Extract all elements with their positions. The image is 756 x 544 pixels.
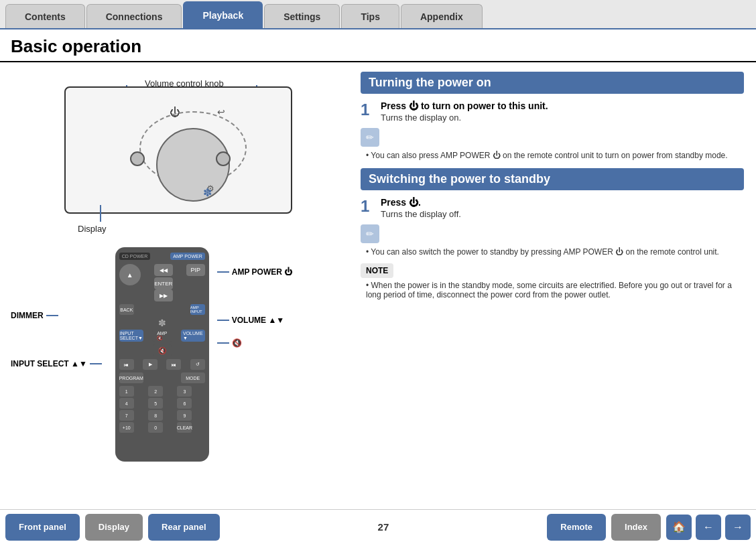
remote-button[interactable]: Remote bbox=[547, 514, 606, 541]
remote-inputsel-btn[interactable]: INPUTSELECT▼ bbox=[119, 330, 143, 342]
remote-btn-7[interactable]: 7 bbox=[119, 410, 134, 421]
right-panel: Turning the power on 1 Press ⏻ to turn o… bbox=[349, 62, 756, 509]
remote-body: CD POWER AMP POWER ▲ ◀◀ ENTER ▶▶ PIP bbox=[115, 247, 209, 462]
bottom-right-group: Remote Index 🏠 ← → bbox=[547, 514, 751, 541]
remote-mute-btn[interactable]: 🔇 bbox=[153, 344, 172, 356]
remote-back-sm-btn[interactable]: BACK bbox=[119, 304, 134, 315]
remote-bt-icon: ✽ bbox=[158, 318, 166, 328]
left-panel: Volume control knob ⏻ ↩ ⚙ ✽ Display bbox=[0, 62, 349, 509]
page-number: 27 bbox=[378, 521, 389, 533]
device-diagram: Volume control knob ⏻ ↩ ⚙ ✽ Display bbox=[11, 73, 338, 234]
remote-program-btn[interactable]: PROGRAM bbox=[119, 372, 143, 383]
amp-power-right-label: AMP POWER ⏻ bbox=[214, 267, 292, 277]
bottom-navigation: Front panel Display Rear panel 27 Remote… bbox=[0, 509, 756, 544]
step1-sub: Turns the display on. bbox=[381, 113, 744, 123]
dimmer-text: DIMMER bbox=[11, 311, 44, 320]
remote-bt-row: ✽ bbox=[119, 318, 205, 328]
input-select-text: INPUT SELECT ▲▼ bbox=[11, 359, 87, 368]
standby-step1-title: Press ⏻. bbox=[381, 197, 744, 208]
display-line bbox=[100, 205, 101, 222]
remote-repeat-btn[interactable]: ↺ bbox=[190, 359, 205, 370]
back-icon-button[interactable]: ← bbox=[696, 515, 721, 540]
mute-right-label: 🔇 bbox=[214, 338, 292, 348]
remote-control-row: INPUTSELECT▼ AMP🔇 VOLUME▼ bbox=[119, 330, 205, 342]
remote-ff-btn[interactable]: ⏭ bbox=[166, 359, 181, 370]
remote-btn-1[interactable]: 1 bbox=[119, 386, 134, 397]
remote-mode-btn[interactable]: MODE bbox=[181, 372, 205, 383]
remote-prev-btn[interactable]: ◀◀ bbox=[154, 264, 173, 276]
remote-pip-btn[interactable]: PIP bbox=[186, 264, 205, 276]
bottom-left-group: Front panel Display Rear panel bbox=[5, 514, 220, 541]
remote-transport-row: ⏮ ▶ ⏭ ↺ bbox=[119, 359, 205, 370]
remote-btn-clear[interactable]: CLEAR bbox=[177, 422, 192, 433]
remote-btn-3[interactable]: 3 bbox=[177, 386, 192, 397]
volume-right-label: VOLUME ▲▼ bbox=[214, 316, 292, 325]
dimmer-label: DIMMER bbox=[11, 311, 105, 320]
device-box: ⏻ ↩ ⚙ ✽ bbox=[64, 86, 292, 214]
bluetooth-icon: ✽ bbox=[203, 186, 212, 199]
remote-mute-row: 🔇 bbox=[119, 344, 205, 356]
remote-amp-btn[interactable]: AMP🔇 bbox=[152, 330, 172, 342]
index-button[interactable]: Index bbox=[611, 514, 661, 541]
remote-program-row: PROGRAM MODE bbox=[119, 372, 205, 383]
note-pencil-icon2: ✏ bbox=[361, 224, 379, 243]
tab-connections[interactable]: Connections bbox=[86, 4, 182, 28]
device-right-knob bbox=[216, 151, 231, 166]
page-title: Basic operation bbox=[0, 29, 756, 62]
note-pencil-icon: ✏ bbox=[361, 128, 379, 147]
standby-step1-number: 1 bbox=[361, 197, 374, 219]
device-left-knob bbox=[130, 151, 145, 166]
tab-tips[interactable]: Tips bbox=[341, 4, 399, 28]
remote-back-btn[interactable]: ▲ bbox=[119, 264, 141, 285]
remote-btn-6[interactable]: 6 bbox=[177, 398, 192, 409]
tab-playback[interactable]: Playback bbox=[183, 1, 263, 28]
display-button[interactable]: Display bbox=[85, 514, 143, 541]
top-navigation: Contents Connections Playback Settings T… bbox=[0, 0, 756, 29]
remote-ampinput-btn[interactable]: AMP INPUT bbox=[190, 304, 205, 315]
remote-play-btn[interactable]: ▶ bbox=[143, 359, 158, 370]
remote-back-row: BACK AMP INPUT bbox=[119, 304, 205, 315]
remote-power-row: CD POWER AMP POWER bbox=[119, 253, 205, 260]
remote-btn-4[interactable]: 4 bbox=[119, 398, 134, 409]
power-on-note1: You can also press AMP POWER ⏻ on the re… bbox=[366, 151, 744, 160]
bottom-icon-group: 🏠 ← → bbox=[666, 515, 751, 540]
remote-btn-8[interactable]: 8 bbox=[148, 410, 163, 421]
remote-next-btn[interactable]: ▶▶ bbox=[154, 289, 173, 301]
note-box: NOTE bbox=[361, 263, 393, 278]
front-panel-button[interactable]: Front panel bbox=[5, 514, 80, 541]
standby-note2: When the power is in the standby mode, s… bbox=[366, 281, 744, 299]
remote-diagram: DIMMER INPUT SELECT ▲▼ bbox=[11, 247, 338, 475]
remote-btn-0[interactable]: 0 bbox=[148, 422, 163, 433]
standby-header: Switching the power to standby bbox=[361, 168, 744, 190]
tab-appendix[interactable]: Appendix bbox=[401, 4, 483, 28]
step1-content: Press ⏻ to turn on power to this unit. T… bbox=[381, 100, 744, 123]
remote-left-labels: DIMMER INPUT SELECT ▲▼ bbox=[11, 247, 105, 368]
mute-label-text: 🔇 bbox=[232, 338, 242, 348]
home-icon-button[interactable]: 🏠 bbox=[666, 515, 692, 540]
amp-power-label-text: AMP POWER ⏻ bbox=[232, 267, 292, 277]
standby-step1-content: Press ⏻. Turns the display off. bbox=[381, 197, 744, 219]
content-area: Basic operation Volume control knob ⏻ ↩ … bbox=[0, 29, 756, 509]
remote-right-labels: AMP POWER ⏻ VOLUME ▲▼ 🔇 bbox=[214, 247, 292, 348]
remote-vol-btn[interactable]: VOLUME▼ bbox=[181, 330, 205, 342]
power-on-step1: 1 Press ⏻ to turn on power to this unit.… bbox=[361, 100, 744, 123]
amp-power-label: AMP POWER bbox=[170, 253, 204, 260]
forward-icon-button[interactable]: → bbox=[725, 515, 751, 540]
input-select-label: INPUT SELECT ▲▼ bbox=[11, 359, 105, 368]
remote-btn-plus10[interactable]: +10 bbox=[119, 422, 134, 433]
remote-btn-9[interactable]: 9 bbox=[177, 410, 192, 421]
display-label: Display bbox=[78, 224, 107, 234]
tab-settings[interactable]: Settings bbox=[264, 4, 340, 28]
remote-btn-5[interactable]: 5 bbox=[148, 398, 163, 409]
remote-rew-btn[interactable]: ⏮ bbox=[119, 359, 134, 370]
step1-title: Press ⏻ to turn on power to this unit. bbox=[381, 100, 744, 111]
tab-contents[interactable]: Contents bbox=[5, 4, 85, 28]
standby-step1: 1 Press ⏻. Turns the display off. bbox=[361, 197, 744, 219]
remote-enter-btn[interactable]: ENTER bbox=[154, 277, 173, 289]
remote-numpad: 1 2 3 4 5 6 7 8 9 +10 0 CLEAR bbox=[119, 386, 205, 433]
remote-btn-2[interactable]: 2 bbox=[148, 386, 163, 397]
remote-nav-row1: ▲ ◀◀ ENTER ▶▶ PIP bbox=[119, 264, 205, 301]
power-on-header: Turning the power on bbox=[361, 72, 744, 94]
rear-panel-button[interactable]: Rear panel bbox=[148, 514, 219, 541]
standby-note1: You can also switch the power to standby… bbox=[366, 247, 744, 257]
